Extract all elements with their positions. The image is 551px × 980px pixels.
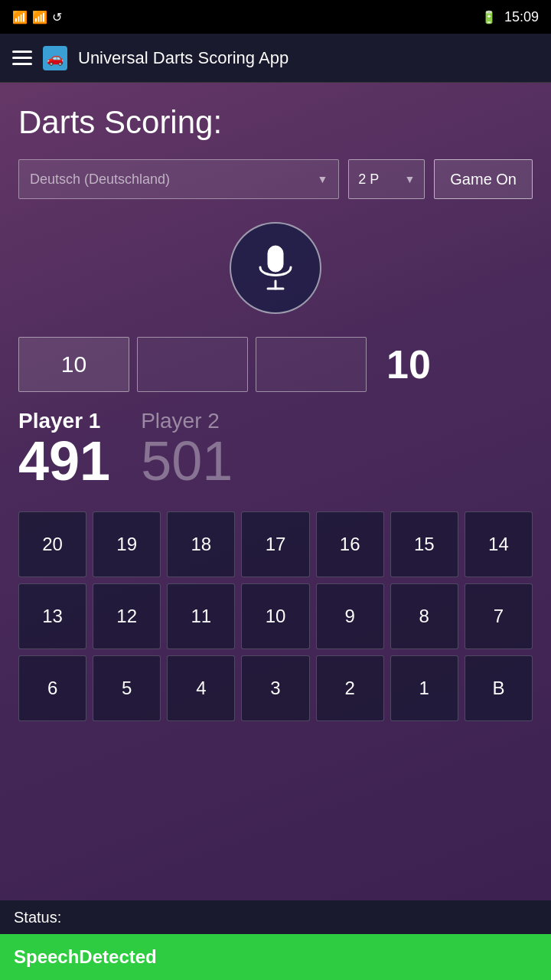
keypad-btn-11[interactable]: 11	[167, 583, 235, 649]
player-scores: Player 1 491 Player 2 501	[18, 409, 533, 488]
sync-icon: ↺	[52, 10, 62, 24]
keypad-btn-19[interactable]: 19	[93, 511, 161, 577]
app-title: Universal Darts Scoring App	[78, 48, 289, 68]
signal-indicators: 📶 📶 ↺	[12, 10, 62, 24]
mic-button[interactable]	[230, 222, 321, 314]
keypad-btn-10[interactable]: 10	[241, 583, 309, 649]
player-2-block: Player 2 501	[141, 409, 233, 488]
keypad-btn-b[interactable]: B	[465, 655, 533, 721]
keypad-btn-9[interactable]: 9	[316, 583, 384, 649]
main-content: Darts Scoring: Deutsch (Deutschland) ▼ 2…	[0, 83, 551, 721]
players-chevron-icon: ▼	[404, 173, 415, 185]
svg-rect-0	[268, 246, 283, 272]
speech-detected-text: SpeechDetected	[14, 946, 157, 968]
battery-icon: 🔋	[481, 10, 497, 24]
players-dropdown[interactable]: 2 P ▼	[348, 159, 425, 199]
keypad-btn-6[interactable]: 6	[18, 655, 86, 721]
controls-row: Deutsch (Deutschland) ▼ 2 P ▼ Game On	[18, 159, 533, 199]
speech-detected-bar: SpeechDetected	[0, 934, 551, 980]
mic-icon	[256, 244, 295, 292]
keypad-btn-16[interactable]: 16	[316, 511, 384, 577]
hamburger-menu[interactable]	[12, 51, 32, 65]
keypad-btn-12[interactable]: 12	[93, 583, 161, 649]
status-right: 🔋 15:09	[481, 9, 539, 25]
chevron-down-icon: ▼	[317, 173, 328, 185]
status-bar: 📶 📶 ↺ 🔋 15:09	[0, 0, 551, 34]
keypad-btn-4[interactable]: 4	[167, 655, 235, 721]
signal-icon: 📶	[12, 10, 28, 24]
player-1-score: 491	[18, 433, 110, 488]
throw-2-box[interactable]	[137, 337, 248, 392]
keypad-btn-8[interactable]: 8	[390, 583, 458, 649]
total-score-display: 10	[386, 341, 431, 387]
mic-container	[18, 222, 533, 314]
language-dropdown[interactable]: Deutsch (Deutschland) ▼	[18, 159, 339, 199]
keypad-btn-5[interactable]: 5	[93, 655, 161, 721]
keypad-btn-1[interactable]: 1	[390, 655, 458, 721]
keypad: 2019181716151413121110987654321B	[18, 511, 533, 721]
keypad-btn-18[interactable]: 18	[167, 511, 235, 577]
game-on-button[interactable]: Game On	[434, 159, 533, 199]
player-1-block: Player 1 491	[18, 409, 110, 488]
keypad-btn-3[interactable]: 3	[241, 655, 309, 721]
keypad-btn-17[interactable]: 17	[241, 511, 309, 577]
keypad-btn-7[interactable]: 7	[465, 583, 533, 649]
keypad-btn-14[interactable]: 14	[465, 511, 533, 577]
wifi-icon: 📶	[32, 10, 47, 24]
keypad-btn-20[interactable]: 20	[18, 511, 86, 577]
app-header: 🚗 Universal Darts Scoring App	[0, 34, 551, 83]
keypad-btn-13[interactable]: 13	[18, 583, 86, 649]
keypad-btn-15[interactable]: 15	[390, 511, 458, 577]
score-input-row: 10 10	[18, 337, 533, 392]
throw-3-box[interactable]	[256, 337, 367, 392]
players-value: 2 P	[358, 172, 379, 188]
bottom-status-bar: Status:	[0, 900, 551, 934]
game-on-label: Game On	[450, 171, 517, 188]
page-title: Darts Scoring:	[18, 104, 533, 141]
keypad-btn-2[interactable]: 2	[316, 655, 384, 721]
language-value: Deutsch (Deutschland)	[30, 172, 170, 188]
app-icon: 🚗	[43, 46, 67, 70]
time-display: 15:09	[504, 9, 539, 25]
throw-1-value: 10	[61, 351, 86, 377]
player-2-score: 501	[141, 433, 233, 488]
status-label: Status:	[14, 909, 61, 926]
throw-1-box[interactable]: 10	[18, 337, 129, 392]
